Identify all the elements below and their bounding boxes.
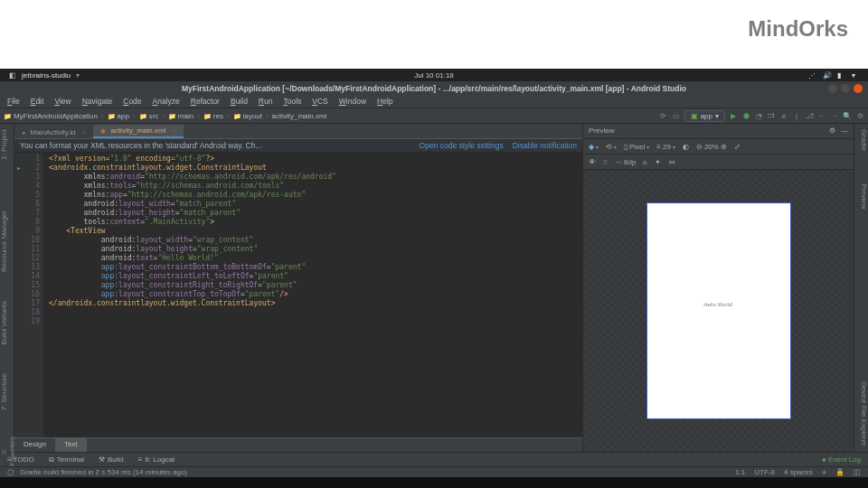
menu-run[interactable]: Run	[259, 97, 273, 106]
tool-device-file-explorer[interactable]: Device File Explorer	[854, 376, 868, 452]
profiler-button[interactable]: ◔	[754, 111, 763, 120]
tool-terminal[interactable]: ⧉Terminal	[49, 455, 84, 465]
run-config-selector[interactable]: ▣ app ▾	[684, 110, 725, 122]
tool-resource-manager[interactable]: Resource Manager	[0, 205, 14, 277]
preview-surface-selector[interactable]: ◆	[589, 143, 599, 151]
editor: MainActivity.kt×activity_main.xml× You c…	[14, 124, 582, 452]
menu-code[interactable]: Code	[123, 97, 141, 106]
preview-panel: Preview ⚙ — ◆ ⟲ ▯Pixel ≡29 ◐ ⊖20%⊕ ⤢ 👁 ⎍…	[582, 124, 854, 452]
menu-refactor[interactable]: Refactor	[191, 97, 220, 106]
crumb-1[interactable]: app	[108, 112, 129, 120]
window-title: MyFirstAndroidApplication [~/Downloads/M…	[182, 84, 686, 93]
preview-constraint-icon[interactable]: ⎌	[643, 158, 647, 166]
window-title-bar: MyFirstAndroidApplication [~/Downloads/M…	[0, 81, 868, 95]
code-area[interactable]: ▶ 1 2 3 4 5 6 7 8 9 10 11 12 13 14 15 16…	[14, 153, 582, 437]
preview-eye-icon[interactable]: 👁	[589, 158, 596, 166]
menu-analyze[interactable]: Analyze	[153, 97, 180, 106]
preview-settings-icon[interactable]: ⚙	[829, 127, 835, 135]
status-encoding[interactable]: UTF-8	[754, 468, 775, 476]
avd-manager-icon[interactable]: ▭	[672, 111, 681, 120]
menu-help[interactable]: Help	[377, 97, 392, 106]
tab-design[interactable]: Design	[14, 438, 55, 452]
watermark-text: MindOrks	[748, 16, 848, 42]
tool-build[interactable]: ⚒Build	[99, 455, 124, 464]
volume-icon[interactable]: 🔊	[823, 71, 830, 79]
crumb-5[interactable]: layout	[233, 112, 262, 120]
tool-project[interactable]: 1: Project	[0, 124, 14, 165]
attach-button[interactable]: ⮆	[767, 111, 776, 120]
status-context-icon[interactable]: ⎆	[822, 468, 826, 476]
sync-icon[interactable]: ⟳	[659, 111, 668, 120]
close-tab-icon[interactable]: ×	[82, 128, 87, 136]
crumb-3[interactable]: main	[168, 112, 193, 120]
activities-icon[interactable]: ◧	[9, 71, 16, 80]
power-icon[interactable]: ▾	[852, 71, 859, 79]
menu-window[interactable]: Window	[339, 97, 366, 106]
run-button[interactable]: ▶	[729, 111, 738, 120]
preview-toolbar-1: ◆ ⟲ ▯Pixel ≡29 ◐ ⊖20%⊕ ⤢	[583, 139, 854, 155]
tool-favorites[interactable]: 2: Favorites	[0, 431, 14, 472]
tool-preview[interactable]: Preview	[854, 178, 868, 214]
separator: |	[792, 111, 801, 120]
editor-tab-mainactivity-kt[interactable]: MainActivity.kt×	[14, 127, 93, 138]
wifi-icon[interactable]: ⋰	[808, 71, 816, 79]
menu-file[interactable]: File	[7, 97, 20, 106]
system-top-bar: ◧ jetbrains-studio ▾ Jul 10 01:18 ⋰ 🔊 ▮ …	[0, 69, 868, 81]
bottom-tool-bar: ≡ TODO ⧉Terminal ⚒Build ≡6: Logcat Event…	[0, 452, 868, 466]
editor-tab-activity_main-xml[interactable]: activity_main.xml×	[93, 125, 184, 138]
preview-theme-selector[interactable]: ◐	[683, 143, 689, 151]
preview-device-selector[interactable]: ▯Pixel	[624, 143, 649, 151]
status-memory-icon[interactable]: ◫	[854, 468, 861, 476]
debug-button[interactable]: ⬢	[741, 111, 750, 120]
menu-build[interactable]: Build	[231, 97, 248, 106]
preview-magnet-icon[interactable]: ⎍	[603, 158, 608, 166]
menu-bar: FileEditViewNavigateCodeAnalyzeRefactorB…	[0, 95, 868, 108]
status-lock-icon[interactable]: 🔒	[835, 468, 844, 476]
banner-link-open-settings[interactable]: Open code style settings	[420, 141, 504, 150]
preview-api-selector[interactable]: ≡29	[656, 143, 675, 151]
device-frame[interactable]: Hello World!	[646, 202, 791, 419]
code-text[interactable]: <?xml version="1.0" encoding="utf-8"?><a…	[43, 153, 582, 437]
crumb-6[interactable]: activity_main.xml	[272, 112, 327, 120]
preview-hide-icon[interactable]: —	[841, 127, 848, 135]
status-bar: ▢ Gradle build finished in 2 s 534 ms (1…	[0, 466, 868, 477]
close-tab-icon[interactable]: ×	[172, 127, 176, 135]
gutter-run-icon[interactable]: ▶	[17, 164, 21, 173]
search-icon[interactable]: 🔍	[843, 111, 852, 120]
preview-margin-selector[interactable]: ↔8dp	[615, 158, 636, 166]
preview-zoom[interactable]: ⊖20%⊕	[696, 143, 727, 151]
menu-view[interactable]: View	[54, 97, 71, 106]
crumb-0[interactable]: MyFirstAndroidApplication	[4, 112, 98, 120]
preview-orientation-selector[interactable]: ⟲	[606, 143, 617, 151]
window-maximize-button[interactable]	[841, 84, 850, 93]
preview-guideline-icon[interactable]: ✦	[655, 158, 661, 166]
menu-vcs[interactable]: VCS	[312, 97, 327, 106]
preview-canvas[interactable]: Hello World!	[583, 170, 854, 452]
tool-gradle[interactable]: Gradle	[854, 124, 868, 156]
window-close-button[interactable]	[854, 84, 863, 93]
forward-icon[interactable]: →	[830, 111, 839, 120]
stop-button[interactable]: ■	[779, 111, 788, 120]
preview-fit-icon[interactable]: ⤢	[734, 143, 741, 151]
preview-chain-icon[interactable]: ⫘	[668, 158, 675, 166]
banner-link-disable[interactable]: Disable notification	[513, 141, 577, 150]
window-minimize-button[interactable]	[828, 84, 837, 93]
tool-logcat[interactable]: ≡6: Logcat	[138, 455, 175, 464]
battery-icon[interactable]: ▮	[837, 71, 844, 79]
tool-event-log[interactable]: Event Log	[822, 455, 861, 464]
menu-edit[interactable]: Edit	[31, 97, 44, 106]
breadcrumb: MyFirstAndroidApplicationappsrcmainresla…	[4, 112, 326, 120]
tab-text[interactable]: Text	[55, 438, 87, 452]
back-icon[interactable]: ←	[817, 111, 826, 120]
tool-structure[interactable]: 7: Structure	[0, 368, 14, 416]
menu-tools[interactable]: Tools	[283, 97, 301, 106]
main-area: 1: Project Resource Manager Build Varian…	[0, 124, 868, 452]
status-indent[interactable]: 4 spaces	[784, 468, 813, 476]
sysbar-app-name: jetbrains-studio	[22, 71, 71, 80]
crumb-2[interactable]: src	[139, 112, 159, 120]
tool-build-variants[interactable]: Build Variants	[0, 296, 14, 351]
vcs-icon[interactable]: ⎇	[805, 111, 814, 120]
crumb-4[interactable]: res	[203, 112, 223, 120]
menu-navigate[interactable]: Navigate	[82, 97, 113, 106]
settings-icon[interactable]: ⚙	[855, 111, 864, 120]
